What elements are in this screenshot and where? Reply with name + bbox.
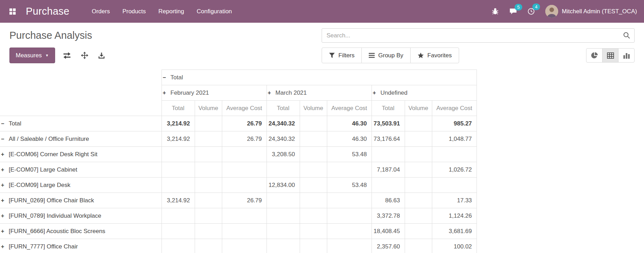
row-header-furn-0789-individual-workplace[interactable]: +[FURN_0789] Individual Workplace [0, 208, 162, 224]
pivot-cell [195, 178, 222, 193]
search-icon[interactable] [623, 31, 630, 39]
expand-icon[interactable]: + [0, 197, 5, 204]
menu-item-reporting[interactable]: Reporting [158, 8, 184, 15]
graph-view-button[interactable] [618, 48, 635, 63]
pivot-cell: 73,176.64 [372, 131, 405, 147]
measure-header-volume[interactable]: Volume [300, 101, 327, 116]
apps-menu-button[interactable] [7, 6, 18, 17]
row-header-e-com07-large-cabinet[interactable]: +[E-COM07] Large Cabinet [0, 162, 162, 178]
pivot-cell [300, 239, 327, 253]
search-input[interactable] [322, 28, 635, 43]
row-header-total[interactable]: −Total [0, 116, 162, 131]
row-label: [FURN_7777] Office Chair [9, 243, 78, 250]
pivot-cell [267, 193, 300, 208]
pivot-cell [222, 162, 267, 178]
collapse-icon[interactable]: − [162, 74, 167, 81]
pivot-cell: 3,214.92 [162, 116, 195, 131]
row-header-furn-7777-office-chair[interactable]: +[FURN_7777] Office Chair [0, 239, 162, 253]
measure-header-volume[interactable]: Volume [405, 101, 432, 116]
measures-button[interactable]: Measures ▼ [9, 48, 55, 63]
pivot-view-button[interactable] [602, 48, 619, 63]
pivot-cell: 3,214.92 [162, 193, 195, 208]
pivot-row: +[FURN_0789] Individual Workplace3,372.7… [0, 208, 477, 224]
pivot-row: +[FURN_7777] Office Chair2,357.60100.02 [0, 239, 477, 253]
messages-button[interactable]: 5 [508, 7, 518, 16]
row-header-e-com09-large-desk[interactable]: +[E-COM09] Large Desk [0, 178, 162, 193]
pivot-cell: 24,340.32 [267, 116, 300, 131]
expand-icon[interactable]: + [372, 90, 377, 96]
expand-all-button[interactable] [79, 50, 90, 61]
column-group-label: February 2021 [171, 89, 209, 96]
collapse-icon[interactable]: − [0, 136, 5, 142]
expand-icon[interactable]: + [267, 90, 272, 96]
measure-header-volume[interactable]: Volume [195, 101, 222, 116]
activities-badge: 4 [532, 3, 540, 10]
filter-funnel-icon [329, 52, 335, 58]
row-header-e-com06-corner-desk-right-sit[interactable]: +[E-COM06] Corner Desk Right Sit [0, 147, 162, 162]
avatar [545, 5, 558, 18]
user-menu[interactable]: Mitchell Admin (TEST_OCA) [545, 5, 637, 18]
pivot-cell [405, 147, 432, 162]
pivot-cell [300, 224, 327, 239]
pivot-cell [222, 147, 267, 162]
flip-axis-button[interactable] [61, 50, 73, 61]
user-name: Mitchell Admin (TEST_OCA) [562, 8, 637, 15]
pivot-cell [162, 147, 195, 162]
view-switcher [586, 48, 635, 63]
menu-item-configuration[interactable]: Configuration [197, 8, 232, 15]
pivot-cell: 1,026.72 [432, 162, 477, 178]
column-group-february-2021[interactable]: +February 2021 [162, 85, 267, 101]
menu-item-orders[interactable]: Orders [92, 8, 110, 15]
download-button[interactable] [96, 50, 107, 61]
pivot-cell: 1,124.26 [432, 208, 477, 224]
measure-header-total[interactable]: Total [162, 101, 195, 116]
app-name[interactable]: Purchase [26, 6, 69, 17]
expand-icon[interactable]: + [0, 213, 5, 219]
pivot-cell: 7,187.04 [372, 162, 405, 178]
expand-icon[interactable]: + [162, 90, 167, 96]
group-by-label: Group By [378, 52, 403, 59]
pivot-cell [405, 239, 432, 253]
activities-button[interactable]: 4 [526, 6, 536, 16]
group-by-button[interactable]: Group By [361, 48, 411, 63]
expand-icon[interactable]: + [0, 244, 5, 250]
pivot-cell: 53.48 [327, 147, 372, 162]
pivot-row: +[E-COM07] Large Cabinet7,187.041,026.72 [0, 162, 477, 178]
pivot-cell [405, 208, 432, 224]
column-group-undefined[interactable]: +Undefined [372, 85, 477, 101]
menu-item-products[interactable]: Products [122, 8, 146, 15]
column-group-march-2021[interactable]: +March 2021 [267, 85, 372, 101]
measure-header-average-cost[interactable]: Average Cost [222, 101, 267, 116]
pivot-cell [267, 208, 300, 224]
pivot-cell [195, 239, 222, 253]
debug-button[interactable] [490, 6, 500, 16]
row-header-furn-0269-office-chair-black[interactable]: +[FURN_0269] Office Chair Black [0, 193, 162, 208]
pivot-cell: 73,503.91 [372, 116, 405, 131]
expand-icon[interactable]: + [0, 228, 5, 234]
measure-header-total[interactable]: Total [372, 101, 405, 116]
filters-button[interactable]: Filters [322, 48, 362, 63]
expand-icon[interactable]: + [0, 167, 5, 173]
favorites-label: Favorites [427, 52, 452, 59]
pivot-cell: 26.79 [222, 131, 267, 147]
collapse-icon[interactable]: − [0, 121, 5, 127]
star-icon [418, 52, 424, 58]
pivot-corner [0, 70, 162, 85]
measure-header-average-cost[interactable]: Average Cost [432, 101, 477, 116]
expand-icon[interactable]: + [0, 182, 5, 188]
expand-icon[interactable]: + [0, 151, 5, 158]
measure-header-average-cost[interactable]: Average Cost [327, 101, 372, 116]
dashboard-view-button[interactable] [586, 48, 602, 63]
row-header-furn-6666-acoustic-bloc-screens[interactable]: +[FURN_6666] Acoustic Bloc Screens [0, 224, 162, 239]
measure-header-total[interactable]: Total [267, 101, 300, 116]
pivot-row: −All / Saleable / Office Furniture3,214.… [0, 131, 477, 147]
row-header-all-saleable-office-furniture[interactable]: −All / Saleable / Office Furniture [0, 131, 162, 147]
column-header-total[interactable]: −Total [162, 70, 477, 85]
pivot-cell: 53.48 [327, 178, 372, 193]
pivot-cell: 26.79 [222, 116, 267, 131]
pivot-cell: 24,340.32 [267, 131, 300, 147]
favorites-button[interactable]: Favorites [410, 48, 459, 63]
pivot-cell [162, 178, 195, 193]
avatar-image [545, 5, 558, 18]
pivot-cell [327, 239, 372, 253]
